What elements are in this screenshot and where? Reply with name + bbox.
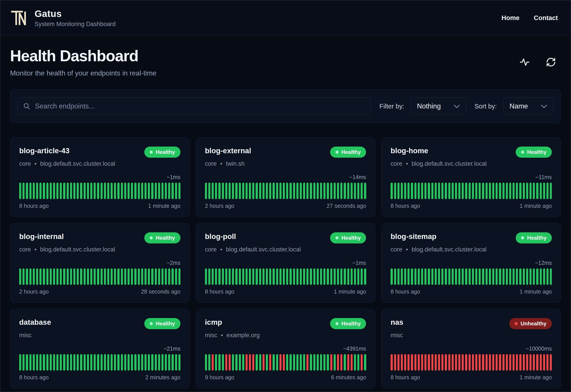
uptime-bar-ok xyxy=(111,268,113,285)
uptime-bar-ok xyxy=(218,183,220,199)
search-icon xyxy=(23,103,30,110)
uptime-bar-ok xyxy=(229,183,231,199)
status-dot-icon xyxy=(521,151,524,154)
uptime-bar-ok xyxy=(43,354,45,371)
endpoint-card[interactable]: blog-poll Healthy core • blog.default.sv… xyxy=(196,223,376,303)
endpoint-card[interactable]: blog-external Healthy core • twin.sh ~14… xyxy=(196,138,376,217)
endpoint-card[interactable]: icmp Healthy misc • example.org ~4391ms … xyxy=(196,309,376,388)
uptime-bar-ok xyxy=(533,268,535,285)
uptime-bar-ok xyxy=(235,354,237,371)
uptime-bar-ok xyxy=(357,183,359,199)
activity-icon[interactable] xyxy=(519,57,530,67)
newest-time: 2 minutes ago xyxy=(145,374,180,381)
uptime-bar-ok xyxy=(296,268,299,285)
uptime-bar-ok xyxy=(43,183,45,199)
uptime-bar-ok xyxy=(175,183,177,199)
endpoint-card[interactable]: blog-article-43 Healthy core • blog.defa… xyxy=(10,138,190,217)
status-dot-icon xyxy=(515,322,518,325)
status-dot-icon xyxy=(150,236,153,239)
uptime-bar-ok xyxy=(56,268,59,285)
newest-time: 28 seconds ago xyxy=(141,288,180,295)
uptime-bar-ok xyxy=(151,354,153,371)
newest-time: 1 minute ago xyxy=(148,203,180,209)
uptime-bar-ok xyxy=(104,268,106,285)
status-badge: Unhealthy xyxy=(509,318,552,329)
endpoint-host: blog.default.svc.cluster.local xyxy=(40,160,115,167)
uptime-bar-fail xyxy=(492,354,494,371)
uptime-bar-ok xyxy=(351,268,353,285)
sort-by-label: Sort by: xyxy=(474,103,497,110)
oldest-time: 8 hours ago xyxy=(391,203,420,209)
uptime-bar-ok xyxy=(145,354,147,371)
uptime-bar-ok xyxy=(411,268,413,285)
uptime-bar-ok xyxy=(53,354,55,371)
uptime-bars xyxy=(391,183,552,199)
endpoint-card[interactable]: nas Unhealthy misc ~10000ms 8 hours ago … xyxy=(381,309,561,388)
refresh-icon[interactable] xyxy=(546,57,556,67)
uptime-bar-ok xyxy=(128,354,130,371)
uptime-bar-ok xyxy=(469,268,471,285)
endpoint-card[interactable]: blog-internal Healthy core • blog.defaul… xyxy=(10,223,190,303)
filter-select[interactable]: Nothing xyxy=(411,98,467,115)
uptime-bar-ok xyxy=(26,268,28,285)
status-dot-icon xyxy=(335,236,339,239)
meta-separator: • xyxy=(35,246,37,253)
uptime-bar-ok xyxy=(165,268,167,285)
nav-home[interactable]: Home xyxy=(501,14,519,22)
uptime-bar-ok xyxy=(543,183,545,199)
uptime-bar-ok xyxy=(283,268,285,285)
sort-select[interactable]: Name xyxy=(503,98,554,115)
endpoint-name: blog-article-43 xyxy=(19,147,70,155)
uptime-bar-ok xyxy=(229,268,231,285)
uptime-bar-ok xyxy=(124,268,126,285)
uptime-bar-ok xyxy=(469,183,471,199)
endpoint-card[interactable]: blog-sitemap Healthy core • blog.default… xyxy=(381,223,561,303)
uptime-bar-ok xyxy=(205,183,207,199)
uptime-bar-ok xyxy=(516,268,518,285)
search-input[interactable] xyxy=(17,98,371,115)
uptime-bar-ok xyxy=(50,354,52,371)
uptime-bar-ok xyxy=(208,183,210,199)
uptime-bar-ok xyxy=(97,183,99,199)
uptime-bar-ok xyxy=(462,268,464,285)
uptime-bar-fail xyxy=(519,354,521,371)
uptime-bar-ok xyxy=(286,183,288,199)
uptime-bar-ok xyxy=(351,183,353,199)
uptime-bar-ok xyxy=(276,354,278,371)
uptime-bar-ok xyxy=(43,268,45,285)
uptime-bar-ok xyxy=(36,268,38,285)
uptime-bar-ok xyxy=(448,183,450,199)
nav-contact[interactable]: Contact xyxy=(534,14,558,22)
uptime-bar-ok xyxy=(172,183,174,199)
chevron-down-icon xyxy=(541,104,547,108)
endpoint-name: blog-home xyxy=(391,147,428,155)
uptime-bar-ok xyxy=(334,268,336,285)
page-title: Health Dashboard xyxy=(10,47,157,65)
uptime-bar-ok xyxy=(330,183,332,199)
endpoint-card[interactable]: database Healthy misc ~21ms 8 hours ago … xyxy=(10,309,190,388)
uptime-bar-ok xyxy=(218,268,220,285)
latency-label: ~1ms xyxy=(19,174,180,181)
uptime-bar-fail xyxy=(512,354,515,371)
uptime-bars xyxy=(19,183,180,199)
endpoint-card[interactable]: blog-home Healthy core • blog.default.sv… xyxy=(381,138,561,217)
uptime-bar-fail xyxy=(269,354,271,371)
uptime-bar-ok xyxy=(340,183,342,199)
uptime-bar-ok xyxy=(280,183,282,199)
uptime-bar-fail xyxy=(465,354,467,371)
uptime-bar-ok xyxy=(266,183,268,199)
uptime-bar-ok xyxy=(496,183,498,199)
uptime-bar-ok xyxy=(70,268,72,285)
uptime-bar-ok xyxy=(84,268,86,285)
uptime-bar-ok xyxy=(225,268,227,285)
uptime-bar-ok xyxy=(546,268,548,285)
uptime-bar-ok xyxy=(26,354,28,371)
uptime-bar-fail xyxy=(421,354,423,371)
uptime-bar-ok xyxy=(40,268,42,285)
status-badge: Healthy xyxy=(330,232,366,243)
uptime-bar-ok xyxy=(320,268,322,285)
uptime-bar-ok xyxy=(212,268,214,285)
uptime-bar-ok xyxy=(255,183,258,199)
uptime-bar-fail xyxy=(404,354,406,371)
uptime-bar-ok xyxy=(286,268,288,285)
